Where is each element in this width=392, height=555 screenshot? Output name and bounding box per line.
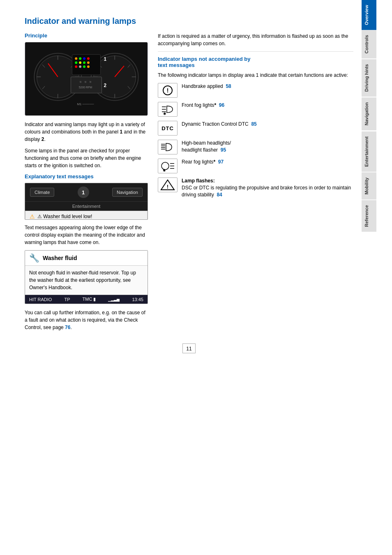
highbeam-link[interactable]: 95: [221, 147, 226, 153]
warning-bar: ⚠ ⚠ Washer fluid level low!: [25, 211, 148, 220]
sidebar-tab-controls[interactable]: Controls: [362, 30, 376, 58]
indicator-row-highbeam: High-beam headlights/headlight flasher 9…: [158, 140, 353, 154]
svg-text:2: 2: [104, 83, 107, 88]
check-control-link[interactable]: 76: [65, 325, 70, 330]
svg-point-29: [79, 61, 81, 64]
fog-rear-link[interactable]: 97: [218, 159, 224, 165]
page-number-container: 11: [25, 343, 353, 353]
svg-point-24: [75, 58, 77, 60]
handbrake-icon-box: !: [158, 83, 178, 98]
sidebar-tab-navigation[interactable]: Navigation: [362, 97, 376, 130]
page-number: 11: [182, 343, 196, 353]
fog-front-text: Front fog lights* 96: [182, 102, 224, 109]
highbeam-text: High-beam headlights/headlight flasher 9…: [182, 140, 231, 154]
svg-text:1: 1: [104, 56, 107, 62]
further-info-body: You can call up further information, e.g…: [25, 309, 148, 331]
svg-rect-36: [71, 77, 101, 93]
sidebar: Overview Controls Driving hints Navigati…: [362, 0, 376, 555]
explanatory-body: Text messages appearing along the lower …: [25, 224, 148, 246]
warning-icon: ⚠: [30, 213, 35, 220]
svg-point-33: [79, 65, 81, 68]
handbrake-link[interactable]: 58: [226, 83, 231, 89]
principle-body2: Some lamps in the panel are checked for …: [25, 147, 148, 169]
page-title: Indicator and warning lamps: [25, 16, 353, 26]
svg-text:5200 RPM: 5200 RPM: [79, 86, 92, 89]
svg-point-28: [75, 61, 77, 64]
svg-text:◾ ◾ ◾: ◾ ◾ ◾: [78, 80, 92, 84]
washer-fluid-box: 🔧 Washer fluid Not enough fluid in washe…: [25, 250, 148, 304]
footer-radio: HIT RADIO: [29, 297, 52, 302]
indicator-intro: The following indicator lamps in display…: [158, 71, 353, 79]
washer-fluid-header: 🔧 Washer fluid: [25, 251, 148, 266]
nav-display-image: Climate 1 Navigation Entertainment ⚠ ⚠ W…: [25, 183, 148, 220]
fog-rear-icon-box: ✱: [158, 159, 178, 173]
indicator-row-lamp-flash: ! Lamp flashes: DSC or DTC is regulating…: [158, 177, 353, 198]
sidebar-tab-overview[interactable]: Overview: [362, 0, 376, 30]
footer-signal: ▁▂▃▅: [108, 297, 120, 302]
indicator-row-dtc: DTC Dynamic Traction Control DTC 85: [158, 121, 353, 136]
lamp-flash-link[interactable]: 84: [217, 192, 222, 198]
indicator-lamps-title: Indicator lamps not accompanied by text …: [158, 56, 353, 68]
footer-tp: TP: [64, 297, 70, 302]
washer-fluid-icon: 🔧: [29, 253, 39, 263]
nav-navigation-btn: Navigation: [112, 188, 143, 197]
footer-time: 13:45: [132, 297, 143, 302]
right-column: If action is required as a matter of urg…: [158, 32, 353, 335]
divider: [158, 51, 353, 52]
indicator-row-fog-rear: ✱ Rear fog lights* 97: [158, 159, 353, 173]
handbrake-text: Handbrake applied 58: [182, 83, 231, 90]
svg-text:✱: ✱: [163, 112, 166, 115]
explanatory-title: Explanatory text messages: [25, 173, 148, 180]
dtc-icon-box: DTC: [158, 121, 178, 136]
principle-title: Principle: [25, 32, 148, 39]
svg-point-34: [83, 65, 85, 68]
nav-center-btn: 1: [78, 187, 89, 198]
sidebar-tab-entertainment[interactable]: Entertainment: [362, 131, 376, 172]
svg-text:✱: ✱: [163, 168, 166, 172]
washer-fluid-footer: HIT RADIO TP TMC ▮ ▁▂▃▅ 13:45: [25, 295, 148, 304]
indicator-row-fog-front: ✱ Front fog lights* 96: [158, 102, 353, 117]
svg-point-32: [75, 65, 77, 68]
svg-text:!: !: [167, 184, 168, 190]
nav-climate-btn: Climate: [30, 188, 54, 197]
dtc-text: Dynamic Traction Control DTC 85: [182, 121, 257, 128]
svg-text:!: !: [167, 87, 169, 94]
svg-point-25: [79, 58, 81, 60]
indicator-row-handbrake: ! Handbrake applied 58: [158, 83, 353, 98]
highbeam-icon-box: [158, 140, 178, 154]
nav-entertainment-btn: Entertainment: [25, 202, 148, 211]
svg-point-31: [87, 61, 90, 64]
svg-point-35: [87, 65, 90, 68]
sidebar-tab-mobility[interactable]: Mobility: [362, 173, 376, 200]
svg-point-26: [83, 58, 85, 60]
svg-text:M1 ─────: M1 ─────: [77, 102, 94, 106]
fog-front-link[interactable]: 96: [219, 102, 224, 108]
sidebar-tab-driving-hints[interactable]: Driving hints: [362, 59, 376, 97]
lamp-flash-text: Lamp flashes: DSC or DTC is regulating t…: [182, 177, 353, 198]
instrument-panel-image: ◾ ◾ ◾ 5200 RPM 1 2 M1 ─────: [25, 42, 148, 116]
svg-point-30: [83, 61, 85, 64]
left-column: Principle: [25, 32, 148, 335]
washer-fluid-title: Washer fluid: [43, 255, 77, 261]
right-intro: If action is required as a matter of urg…: [158, 32, 353, 47]
principle-body1: Indicator and warning lamps may light up…: [25, 121, 148, 143]
svg-point-27: [87, 58, 90, 60]
fog-front-icon-box: ✱: [158, 102, 178, 117]
footer-tmc: TMC ▮: [83, 297, 96, 302]
warning-text: ⚠ Washer fluid level low!: [37, 214, 92, 219]
dtc-link[interactable]: 85: [251, 121, 256, 127]
lamp-flash-icon-box: !: [158, 177, 178, 192]
washer-fluid-body: Not enough fluid in washer-fluid reservo…: [25, 266, 148, 295]
fog-rear-text: Rear fog lights* 97: [182, 159, 224, 166]
sidebar-tab-reference[interactable]: Reference: [362, 200, 376, 232]
